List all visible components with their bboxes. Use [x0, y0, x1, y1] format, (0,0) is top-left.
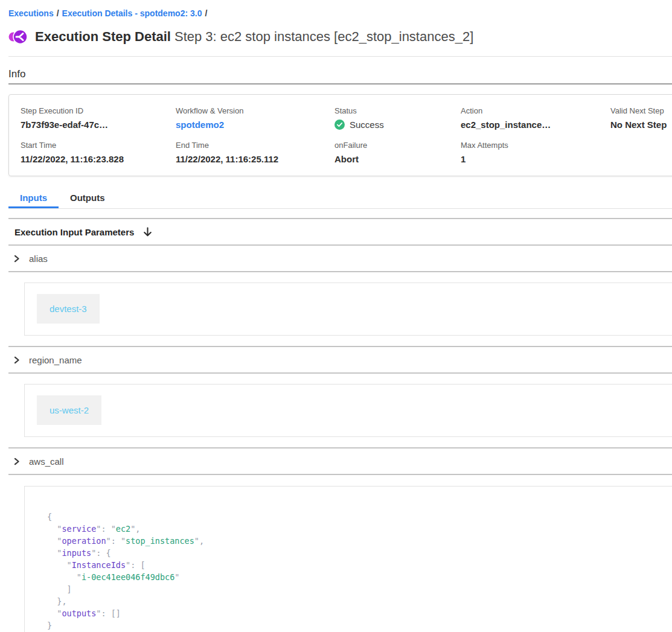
status-badge: Success: [334, 120, 461, 130]
tab-inputs[interactable]: Inputs: [8, 188, 59, 208]
param-value-box-alias: devtest-3: [24, 282, 672, 336]
breadcrumb-link-execution-details[interactable]: Execution Details - spotdemo2: 3.0: [62, 8, 202, 18]
field-empty: [610, 141, 672, 164]
param-section-name: alias: [29, 254, 48, 264]
field-status: Status Success: [334, 106, 461, 130]
page-header: Execution Step DetailStep 3: ec2 stop in…: [8, 28, 672, 46]
tab-outputs[interactable]: Outputs: [59, 188, 117, 208]
param-value-box-region-name: us-west-2: [24, 384, 672, 437]
chevron-right-icon[interactable]: [13, 458, 21, 465]
field-value: Abort: [334, 154, 461, 164]
field-label: Valid Next Step: [610, 106, 672, 115]
field-value: 11/22/2022, 11:16:23.828: [21, 154, 176, 164]
breadcrumb: Executions/Execution Details - spotdemo2…: [8, 8, 672, 18]
page-title-step: Step 3: ec2 stop instances [ec2_stop_ins…: [174, 29, 473, 44]
field-action: Action ec2_stop_instance…: [461, 106, 610, 130]
field-value: 1: [461, 154, 610, 164]
field-value: No Next Step: [610, 120, 672, 130]
json-code-block: { "service": "ec2", "operation": "stop_i…: [47, 511, 660, 631]
param-section-name: aws_call: [29, 456, 64, 467]
field-label: Start Time: [21, 141, 176, 150]
execution-input-parameters-label: Execution Input Parameters: [14, 227, 134, 237]
chevron-right-icon[interactable]: [13, 255, 21, 263]
field-label: Action: [461, 106, 610, 115]
param-section-aws-call[interactable]: aws_call: [8, 448, 672, 474]
breadcrumb-separator: /: [205, 8, 207, 18]
param-value-chip: us-west-2: [37, 395, 101, 425]
workflow-logo-icon: [8, 28, 28, 46]
title-divider: [8, 56, 672, 57]
down-arrow-icon[interactable]: [143, 227, 152, 237]
workflow-link[interactable]: spotdemo2: [176, 120, 334, 130]
chevron-right-icon[interactable]: [13, 356, 21, 364]
step-info-grid: Step Execution ID 7b73f93e-edaf-47c… Wor…: [21, 106, 672, 164]
page-title-main: Execution Step Detail: [35, 29, 171, 44]
success-check-icon: [334, 120, 345, 130]
section-divider: [8, 474, 672, 475]
field-label: Step Execution ID: [21, 106, 176, 115]
field-label: Max Attempts: [461, 141, 610, 150]
breadcrumb-separator: /: [57, 8, 59, 18]
param-section-region-name[interactable]: region_name: [8, 347, 672, 372]
field-value: 11/22/2022, 11:16:25.112: [176, 154, 334, 164]
page: Executions/Execution Details - spotdemo2…: [0, 0, 672, 632]
execution-input-parameters-heading: Execution Input Parameters: [8, 219, 672, 244]
param-section-name: region_name: [29, 355, 82, 365]
field-label: Status: [334, 106, 461, 115]
field-label: End Time: [176, 141, 334, 150]
field-label: onFailure: [334, 141, 461, 150]
page-title: Execution Step DetailStep 3: ec2 stop in…: [35, 29, 473, 45]
field-end-time: End Time 11/22/2022, 11:16:25.112: [176, 141, 334, 164]
field-onfailure: onFailure Abort: [334, 141, 461, 164]
param-section-alias[interactable]: alias: [8, 246, 672, 271]
param-value-chip: devtest-3: [37, 294, 100, 324]
field-start-time: Start Time 11/22/2022, 11:16:23.828: [21, 141, 176, 164]
section-divider: [8, 372, 672, 374]
step-info-card: Step Execution ID 7b73f93e-edaf-47c… Wor…: [8, 94, 672, 176]
status-text: Success: [350, 120, 384, 130]
breadcrumb-link-executions[interactable]: Executions: [8, 8, 54, 18]
field-max-attempts: Max Attempts 1: [461, 141, 610, 164]
field-valid-next-step: Valid Next Step No Next Step: [610, 106, 672, 130]
io-tabs: Inputs Outputs: [8, 188, 672, 209]
field-value: 7b73f93e-edaf-47c…: [21, 120, 176, 130]
field-label: Workflow & Version: [176, 106, 334, 115]
info-divider: [8, 83, 672, 85]
field-workflow-version: Workflow & Version spotdemo2: [176, 106, 334, 130]
field-step-execution-id: Step Execution ID 7b73f93e-edaf-47c…: [21, 106, 176, 130]
info-heading: Info: [8, 68, 672, 80]
param-value-box-aws-call: { "service": "ec2", "operation": "stop_i…: [24, 486, 672, 632]
section-divider: [8, 271, 672, 272]
field-value: ec2_stop_instance…: [461, 120, 610, 130]
